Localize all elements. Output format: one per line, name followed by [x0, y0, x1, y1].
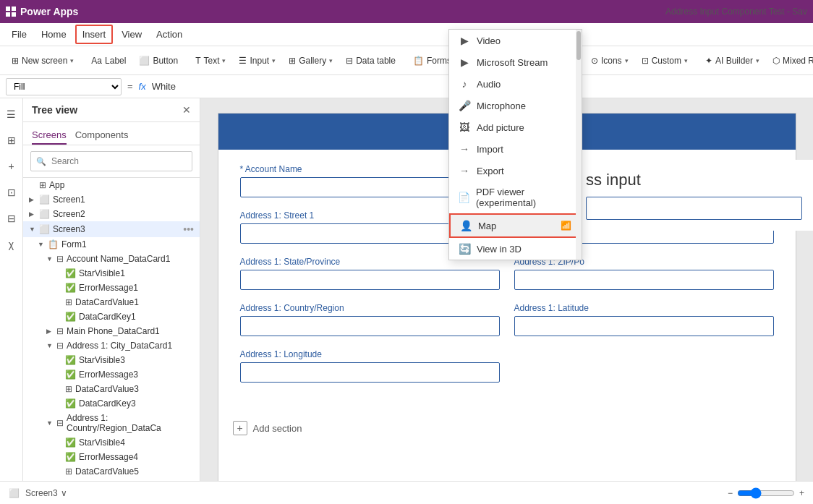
dropdown-item-export[interactable]: → Export — [449, 160, 582, 181]
tree-item-account-datacard[interactable]: ▼ ⊟ Account Name_DataCard1 — [23, 252, 200, 266]
tab-components[interactable]: Components — [75, 127, 129, 145]
dropdown-item-map[interactable]: 👤 Map 📶 — [449, 213, 582, 238]
menu-action[interactable]: Action — [150, 26, 188, 43]
formula-dropdown[interactable]: Fill — [6, 78, 122, 95]
variable-icon-btn[interactable]: χ — [1, 234, 22, 255]
tree-item-errormessage4[interactable]: ✅ ErrorMessage4 — [23, 450, 200, 464]
input-state[interactable] — [240, 270, 500, 290]
data-table-icon: ⊟ — [346, 56, 353, 66]
menu-view[interactable]: View — [116, 26, 148, 43]
zoom-controls: − + — [728, 487, 804, 499]
data-icon-btn[interactable]: ⊟ — [1, 208, 22, 228]
zoom-slider[interactable] — [737, 487, 795, 499]
tab-screens[interactable]: Screens — [32, 127, 67, 145]
screen-icon: ⬜ — [39, 224, 50, 234]
tree-item-errormessage1[interactable]: ✅ ErrorMessage1 — [23, 281, 200, 295]
screen-chevron[interactable]: ∨ — [61, 488, 67, 498]
input-latitude[interactable] — [514, 316, 774, 336]
add-section-icon: + — [233, 421, 247, 435]
gallery-button[interactable]: ⊞ Gallery ▾ — [283, 53, 339, 69]
input-longitude[interactable] — [240, 362, 500, 383]
pdf-icon: 📄 — [458, 192, 470, 203]
dropdown-label-microphone: Microphone — [477, 101, 526, 111]
input-button[interactable]: ☰ Input ▾ — [233, 53, 281, 69]
label-country: Address 1: Country/Region — [240, 303, 500, 313]
icons-button[interactable]: ⊙ Icons ▾ — [585, 53, 634, 69]
dropdown-item-add-picture[interactable]: 🖼 Add picture — [449, 116, 582, 138]
sidebar-tabs: Screens Components — [23, 122, 200, 145]
search-input[interactable] — [30, 151, 192, 171]
input-country[interactable] — [240, 316, 500, 336]
tree-item-starvisible1[interactable]: ✅ StarVisible1 — [23, 266, 200, 281]
menu-home[interactable]: Home — [35, 26, 72, 43]
new-screen-button[interactable]: ⊞ New screen ▾ — [6, 53, 80, 69]
address-panel-input[interactable] — [586, 197, 802, 220]
export-icon: → — [458, 165, 471, 176]
tree-dots[interactable]: ••• — [183, 223, 194, 235]
tree-item-datacardkey3[interactable]: ✅ DataCardKey3 — [23, 396, 200, 411]
hamburger-icon-btn[interactable]: ☰ — [1, 104, 22, 124]
tree-item-datacardvalue5[interactable]: ⊞ DataCardValue5 — [23, 464, 200, 479]
import-icon: → — [458, 143, 471, 155]
button-button[interactable]: ⬜ Button — [133, 53, 184, 69]
dropdown-item-view3d[interactable]: 🔄 View in 3D — [449, 238, 582, 260]
check-icon: ✅ — [65, 398, 76, 409]
dropdown-label-import: Import — [477, 144, 503, 155]
menu-file[interactable]: File — [6, 26, 33, 43]
label-button[interactable]: Aa Label — [85, 53, 132, 69]
custom-button[interactable]: ⊡ Custom ▾ — [636, 53, 694, 69]
save-status: Address Input Component Test - Sav — [665, 7, 807, 17]
tree-item-screen2[interactable]: ▶ ⬜ Screen2 — [23, 207, 200, 221]
text-icon: T — [195, 56, 200, 66]
mixed-reality-button[interactable]: ⬡ Mixed Reality ▾ — [767, 53, 813, 69]
sidebar-search-area: 🔍 — [23, 145, 200, 178]
sidebar-close-button[interactable]: ✕ — [182, 104, 191, 116]
dropdown-item-video[interactable]: ▶ Video — [449, 30, 582, 51]
tree-item-starvisible3[interactable]: ✅ StarVisible3 — [23, 353, 200, 367]
add-section[interactable]: + Add section — [218, 410, 796, 446]
tree-item-datacardvalue3[interactable]: ⊞ DataCardValue3 — [23, 382, 200, 396]
tree-chevron: ▶ — [29, 210, 36, 218]
plus-icon-btn[interactable]: + — [1, 156, 22, 176]
bottom-bar: ⬜ Screen3 ∨ − + — [0, 481, 813, 504]
dropdown-label-add-picture: Add picture — [477, 122, 524, 133]
text-button[interactable]: T Text ▾ — [190, 53, 231, 69]
puzzle-icon-btn[interactable]: ⊡ — [1, 182, 22, 202]
tree-item-city-datacard[interactable]: ▼ ⊟ Address 1: City_DataCard1 — [23, 338, 200, 353]
field-empty — [514, 349, 774, 383]
tree-content: ⊞ App ▶ ⬜ Screen1 ▶ ⬜ Screen2 ▼ ⬜ Screen… — [23, 178, 200, 481]
dropdown-item-pdf[interactable]: 📄 PDF viewer (experimental) — [449, 181, 582, 213]
sidebar-header: Tree view ✕ — [23, 98, 200, 122]
input-zip[interactable] — [514, 270, 774, 290]
datacard-icon: ⊟ — [56, 326, 64, 336]
dropdown-label-view3d: View in 3D — [477, 244, 522, 255]
tree-item-errormessage3[interactable]: ✅ ErrorMessage3 — [23, 367, 200, 382]
tree-item-country-datacard[interactable]: ▼ ⊟ Address 1: Country/Region_DataCa — [23, 411, 200, 435]
input-icon: ☰ — [239, 56, 247, 66]
dropdown-scrollbar[interactable] — [576, 30, 582, 260]
tree-item-screen1[interactable]: ▶ ⬜ Screen1 — [23, 192, 200, 207]
data-table-button[interactable]: ⊟ Data table — [340, 53, 401, 69]
ai-builder-button[interactable]: ✦ AI Builder ▾ — [699, 53, 765, 69]
menu-insert[interactable]: Insert — [75, 25, 114, 44]
dropdown-label-pdf: PDF viewer (experimental) — [476, 187, 573, 208]
add-picture-icon: 🖼 — [458, 121, 471, 133]
tree-chevron: ▼ — [38, 241, 45, 248]
zoom-minus-button[interactable]: − — [728, 488, 733, 498]
layers-icon-btn[interactable]: ⊞ — [1, 130, 22, 150]
tree-item-datacardkey1[interactable]: ✅ DataCardKey1 — [23, 309, 200, 324]
tree-item-app[interactable]: ⊞ App — [23, 178, 200, 192]
tree-item-screen3[interactable]: ▼ ⬜ Screen3 ••• — [23, 221, 200, 237]
tree-item-mainphone-datacard[interactable]: ▶ ⊟ Main Phone_DataCard1 — [23, 324, 200, 338]
tree-item-datacardvalue1[interactable]: ⊞ DataCardValue1 — [23, 295, 200, 309]
zoom-plus-button[interactable]: + — [799, 488, 804, 498]
tree-item-form1[interactable]: ▼ 📋 Form1 — [23, 237, 200, 252]
dropdown-item-import[interactable]: → Import — [449, 138, 582, 160]
dropdown-item-audio[interactable]: ♪ Audio — [449, 73, 582, 95]
microphone-icon: 🎤 — [458, 100, 471, 111]
dropdown-item-stream[interactable]: ▶ Microsoft Stream — [449, 51, 582, 73]
tree-item-starvisible4[interactable]: ✅ StarVisible4 — [23, 435, 200, 450]
menu-bar: File Home Insert View Action — [0, 23, 813, 46]
dropdown-item-microphone[interactable]: 🎤 Microphone — [449, 95, 582, 116]
check-icon: ✅ — [65, 268, 76, 278]
